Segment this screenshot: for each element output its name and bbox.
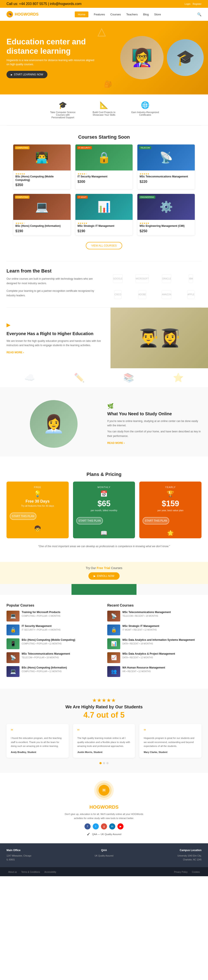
dot-1[interactable] xyxy=(100,762,102,764)
quote-icon-2: " xyxy=(77,728,131,734)
course-1-price: $350 xyxy=(15,183,68,187)
recent-title-5: MA Human Resource Management xyxy=(122,666,202,670)
footer-link-terms[interactable]: Terms & Conditions xyxy=(21,871,40,873)
testimonial-text-3: Hogwords program is great for our studen… xyxy=(144,736,197,748)
course-5-body: ★★★★★ MSc Strategic IT Management $190 xyxy=(75,220,133,235)
view-all-courses-button[interactable]: VIEW ALL COURSES xyxy=(86,242,122,249)
search-icon[interactable]: 🔍 xyxy=(197,12,202,16)
twitter-icon[interactable]: t xyxy=(93,823,99,829)
facebook-icon[interactable]: f xyxy=(84,823,91,829)
plans-grid: FREE 💡 Free 30 Days Try all features fre… xyxy=(6,482,202,538)
footer-col-3: Campus Location University 1040 Elm City… xyxy=(139,849,202,862)
top-bar-contact: Call us: +44 203 807 5575 | info@hogword… xyxy=(6,2,81,6)
recent-info-5: MA Human Resource Management HR • RECENT… xyxy=(122,666,202,673)
plan-monthly-icon: 📅 xyxy=(76,490,132,497)
googleplus-icon[interactable]: g xyxy=(101,823,107,829)
what-read-more[interactable]: READ MORE › xyxy=(107,441,125,444)
recent-info-3: MSc Data Analytics and Information Syste… xyxy=(122,638,202,645)
course-2-title: IT Security Management xyxy=(78,175,131,178)
plan-free: FREE 💡 Free 30 Days Try all features fre… xyxy=(6,482,69,538)
footer-link-about[interactable]: About us xyxy=(8,871,17,873)
features-strip: 🎓 Take Computer Science Courses with Per… xyxy=(0,94,208,126)
partner-cisco: CISCO xyxy=(114,290,122,299)
enroll-now-label: ENROLL NOW xyxy=(97,574,114,578)
popular-title-5: BSc (Hons) Computing (Information) xyxy=(22,666,101,670)
learn-left: Learn from the Best Our online courses a… xyxy=(6,268,101,301)
top-bar: Call us: +44 203 807 5575 | info@hogword… xyxy=(0,0,208,8)
enroll-now-button[interactable]: ▶ ENROLL NOW xyxy=(88,572,119,580)
feature-2-text: Build Cool Projects to Showcase Your Ski… xyxy=(90,111,118,116)
plan-yearly-button[interactable]: START THIS PLAN xyxy=(143,517,169,525)
right-section: ▶ Everyone Has a Right to Higher Educati… xyxy=(0,308,208,368)
plans-section: Plans & Pricing FREE 💡 Free 30 Days Try … xyxy=(0,457,208,562)
footer-logo-text-wrap: HOGWORDS xyxy=(6,804,202,810)
feature-3: 🌐 Earn Industry-Recognized Certificates xyxy=(131,101,159,119)
nav-courses[interactable]: Courses xyxy=(110,13,121,16)
nav-store[interactable]: Store xyxy=(154,13,161,16)
dot-3[interactable] xyxy=(106,762,108,764)
register-link[interactable]: Register xyxy=(193,3,202,5)
nav-blog[interactable]: Blog xyxy=(143,13,149,16)
footer-link-accessibility[interactable]: Accessibility xyxy=(44,871,56,873)
footer-link-privacy[interactable]: Privacy Policy xyxy=(174,871,187,873)
nav-home[interactable]: Home xyxy=(75,11,88,18)
rating-value: 4.7 out of 5 xyxy=(6,711,202,720)
hero-section: Education center and distance learning H… xyxy=(0,21,208,94)
recent-title-1: MSc Telecommunications Management xyxy=(122,611,202,614)
hero-images: 👩‍🏫 🎓 xyxy=(120,21,208,94)
partner-amazon: AMAZON xyxy=(162,290,171,299)
plan-yearly-icon: 🏆 xyxy=(143,490,198,497)
plan-yearly-header: YEARLY 🏆 $159 per year, best value plan xyxy=(139,482,202,514)
feature-2: 📐 Build Cool Projects to Showcase Your S… xyxy=(90,101,118,119)
hero-content: Education center and distance learning H… xyxy=(6,37,97,78)
recent-course-1: 📡 MSc Telecommunications Management TELE… xyxy=(107,611,202,622)
plan-free-button[interactable]: START THIS PLAN xyxy=(10,512,37,520)
what-text-1: If you're new to online learning, studyi… xyxy=(107,419,202,428)
linkedin-icon[interactable]: in xyxy=(109,823,115,829)
course-4-price: $190 xyxy=(15,229,68,233)
qaa-badge: ✓ QAA — UK Quality Assured xyxy=(6,832,202,837)
nav-features[interactable]: Features xyxy=(94,13,105,16)
footer-col-1-address-1: 1247 Milwaukee, Chicago xyxy=(6,854,69,858)
plan-monthly-button[interactable]: START THIS PLAN xyxy=(76,517,103,525)
recent-thumb-3: 📊 xyxy=(107,638,120,649)
footer-link-cookies[interactable]: Cookies xyxy=(192,871,200,873)
nav-teachers[interactable]: Teachers xyxy=(126,13,138,16)
recent-info-2: MSc Strategic IT Management IT MGMT • RE… xyxy=(122,625,202,631)
footer-col-1: Main Office 1247 Milwaukee, Chicago IL 6… xyxy=(6,849,69,862)
what-image: 👩‍💼 xyxy=(30,400,78,448)
quote-icon-3: " xyxy=(144,728,197,734)
dot-2[interactable] xyxy=(103,762,105,764)
start-learning-button[interactable]: START LEARNING NOW xyxy=(6,71,48,78)
recent-sub-4: DATA • RECENT • 12 MONTHS xyxy=(122,656,202,659)
courses-title: Courses Starting Soon xyxy=(6,134,202,140)
learn-section: Learn from the Best Our online courses a… xyxy=(0,261,208,307)
course-6-stars: ★★★★★ xyxy=(140,222,193,224)
testimonial-text-1: I found the education program, and the t… xyxy=(11,736,64,748)
course-1-image: 👨‍💻 COMPUTING xyxy=(13,145,71,170)
course-3-body: ★★★★★ MSc Telecommunications Management … xyxy=(137,170,195,186)
deco-section: ☁️✏️📚⭐ xyxy=(0,368,208,387)
popular-course-2: 🔒 IT Security Management IT SECURITY • P… xyxy=(6,625,101,635)
pricing-quote-section: "One of the most important areas we can … xyxy=(6,538,202,553)
quote-icon-1: " xyxy=(11,728,64,734)
right-read-more[interactable]: READ MORE › xyxy=(6,351,104,354)
course-3-image: 📡 TELECOM xyxy=(137,145,195,170)
course-1-badge: COMPUTING xyxy=(15,146,29,149)
recent-title-3: MSc Data Analytics and Information Syste… xyxy=(122,638,202,642)
right-right: 👨‍🎓👩‍🎓 xyxy=(111,308,208,368)
recent-thumb-1: 📡 xyxy=(107,611,120,622)
popular-courses-title: Popular Courses xyxy=(6,603,101,608)
login-link[interactable]: Login xyxy=(184,3,191,5)
course-3-title: MSc Telecommunications Management xyxy=(140,175,193,178)
testimonials-title: We Are Highly Rated by Our Students xyxy=(6,705,202,710)
youtube-icon[interactable]: ▶ xyxy=(117,823,124,829)
popular-title-4: MSc Telecommunications Management xyxy=(22,652,101,656)
play-small-icon: ▶ xyxy=(94,574,95,578)
social-icons: f t g in ▶ xyxy=(6,823,202,829)
course-3-badge: TELECOM xyxy=(139,146,151,149)
partner-oracle: ORACLE xyxy=(162,274,171,283)
testimonial-dots xyxy=(6,762,202,764)
what-right: 🌿 What You Need to Study Online If you'r… xyxy=(107,403,202,445)
course-3-price: $220 xyxy=(140,180,193,184)
